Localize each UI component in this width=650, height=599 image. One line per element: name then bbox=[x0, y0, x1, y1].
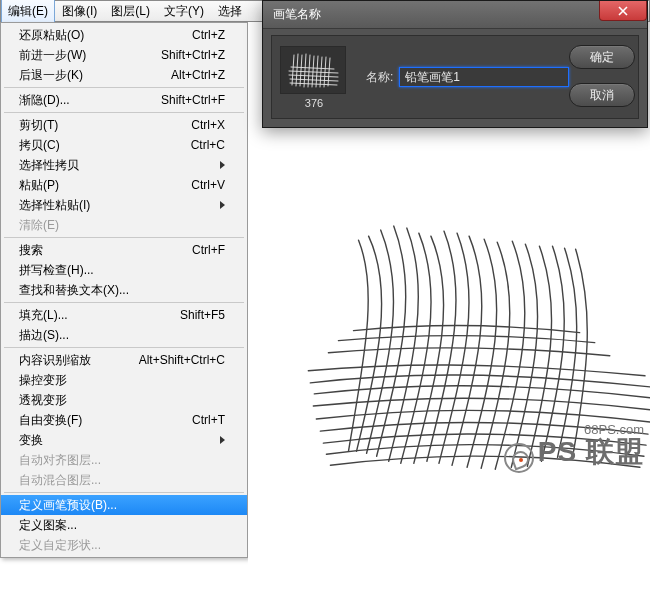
close-icon bbox=[617, 5, 629, 17]
watermark: 68PS.com PS 联盟 bbox=[504, 423, 644, 473]
menu-item[interactable]: 后退一步(K)Alt+Ctrl+Z bbox=[1, 65, 247, 85]
menu-item-label: 描边(S)... bbox=[19, 327, 225, 344]
menu-item-label: 内容识别缩放 bbox=[19, 352, 139, 369]
menu-item-label: 定义图案... bbox=[19, 517, 225, 534]
menu-item-shortcut: Shift+F5 bbox=[180, 308, 225, 322]
menu-item[interactable]: 定义画笔预设(B)... bbox=[1, 495, 247, 515]
menu-item[interactable]: 搜索Ctrl+F bbox=[1, 240, 247, 260]
menu-item[interactable]: 定义图案... bbox=[1, 515, 247, 535]
menu-item[interactable]: 前进一步(W)Shift+Ctrl+Z bbox=[1, 45, 247, 65]
brush-thumbnail bbox=[280, 46, 346, 94]
submenu-arrow-icon bbox=[220, 436, 225, 444]
cancel-button[interactable]: 取消 bbox=[569, 83, 635, 107]
menu-item-shortcut: Alt+Ctrl+Z bbox=[171, 68, 225, 82]
menu-item[interactable]: 透视变形 bbox=[1, 390, 247, 410]
menu-item-label: 还原粘贴(O) bbox=[19, 27, 192, 44]
menu-item[interactable]: 内容识别缩放Alt+Shift+Ctrl+C bbox=[1, 350, 247, 370]
menu-item[interactable]: 渐隐(D)...Shift+Ctrl+F bbox=[1, 90, 247, 110]
menu-item-label: 拼写检查(H)... bbox=[19, 262, 225, 279]
menu-item-label: 定义自定形状... bbox=[19, 537, 225, 554]
watermark-brand: PS 联盟 bbox=[538, 436, 644, 467]
name-label: 名称: bbox=[366, 69, 393, 86]
menu-item-label: 自动对齐图层... bbox=[19, 452, 225, 469]
menu-item-label: 操控变形 bbox=[19, 372, 225, 389]
menu-item-label: 透视变形 bbox=[19, 392, 225, 409]
menu-separator bbox=[4, 112, 244, 113]
menu-item-label: 粘贴(P) bbox=[19, 177, 191, 194]
menu-item-shortcut: Ctrl+Z bbox=[192, 28, 225, 42]
menu-item-label: 定义画笔预设(B)... bbox=[19, 497, 225, 514]
menu-item[interactable]: 选择性拷贝 bbox=[1, 155, 247, 175]
menu-item[interactable]: 描边(S)... bbox=[1, 325, 247, 345]
dialog-titlebar: 画笔名称 bbox=[263, 1, 647, 29]
menu-item[interactable]: 自由变换(F)Ctrl+T bbox=[1, 410, 247, 430]
menu-item: 定义自定形状... bbox=[1, 535, 247, 555]
menu-item-label: 拷贝(C) bbox=[19, 137, 191, 154]
menubar-item-2[interactable]: 图层(L) bbox=[104, 0, 157, 24]
dialog-close-button[interactable] bbox=[599, 1, 647, 21]
submenu-arrow-icon bbox=[220, 201, 225, 209]
menu-item: 自动混合图层... bbox=[1, 470, 247, 490]
menu-item[interactable]: 拼写检查(H)... bbox=[1, 260, 247, 280]
menu-item[interactable]: 操控变形 bbox=[1, 370, 247, 390]
menu-separator bbox=[4, 87, 244, 88]
menu-item-label: 剪切(T) bbox=[19, 117, 191, 134]
dialog-title: 画笔名称 bbox=[273, 6, 321, 23]
menu-item-shortcut: Shift+Ctrl+F bbox=[161, 93, 225, 107]
dialog-body: 376 名称: 确定 取消 bbox=[263, 29, 647, 127]
menu-item-shortcut: Ctrl+X bbox=[191, 118, 225, 132]
brush-name-dialog: 画笔名称 bbox=[262, 0, 648, 128]
menubar-item-0[interactable]: 编辑(E) bbox=[1, 0, 55, 24]
menu-item-shortcut: Alt+Shift+Ctrl+C bbox=[139, 353, 225, 367]
menubar-item-3[interactable]: 文字(Y) bbox=[157, 0, 211, 24]
menu-item-label: 前进一步(W) bbox=[19, 47, 161, 64]
menu-item[interactable]: 剪切(T)Ctrl+X bbox=[1, 115, 247, 135]
menu-item[interactable]: 变换 bbox=[1, 430, 247, 450]
edit-menu-dropdown: 还原粘贴(O)Ctrl+Z前进一步(W)Shift+Ctrl+Z后退一步(K)A… bbox=[0, 22, 248, 558]
menu-separator bbox=[4, 302, 244, 303]
menu-item-shortcut: Ctrl+F bbox=[192, 243, 225, 257]
menu-item-label: 查找和替换文本(X)... bbox=[19, 282, 225, 299]
menu-item-label: 自由变换(F) bbox=[19, 412, 192, 429]
menubar-item-4[interactable]: 选择 bbox=[211, 0, 249, 24]
menu-item[interactable]: 查找和替换文本(X)... bbox=[1, 280, 247, 300]
menu-item-shortcut: Shift+Ctrl+Z bbox=[161, 48, 225, 62]
menu-item[interactable]: 还原粘贴(O)Ctrl+Z bbox=[1, 25, 247, 45]
menu-item-label: 选择性拷贝 bbox=[19, 157, 216, 174]
menu-item-label: 后退一步(K) bbox=[19, 67, 171, 84]
menu-item[interactable]: 填充(L)...Shift+F5 bbox=[1, 305, 247, 325]
menu-separator bbox=[4, 492, 244, 493]
menu-item-label: 变换 bbox=[19, 432, 216, 449]
menu-separator bbox=[4, 347, 244, 348]
menu-item-shortcut: Ctrl+C bbox=[191, 138, 225, 152]
menu-item[interactable]: 粘贴(P)Ctrl+V bbox=[1, 175, 247, 195]
brush-swatch: 376 bbox=[280, 46, 348, 109]
watermark-site: 68PS.com bbox=[504, 423, 644, 437]
brush-name-input[interactable] bbox=[399, 67, 569, 87]
menu-item-label: 渐隐(D)... bbox=[19, 92, 161, 109]
menu-item: 自动对齐图层... bbox=[1, 450, 247, 470]
menu-item[interactable]: 拷贝(C)Ctrl+C bbox=[1, 135, 247, 155]
brush-size-label: 376 bbox=[280, 97, 348, 109]
menu-item-shortcut: Ctrl+V bbox=[191, 178, 225, 192]
menu-item[interactable]: 选择性粘贴(I) bbox=[1, 195, 247, 215]
submenu-arrow-icon bbox=[220, 161, 225, 169]
menu-item-label: 填充(L)... bbox=[19, 307, 180, 324]
menu-item-label: 选择性粘贴(I) bbox=[19, 197, 216, 214]
menubar-item-1[interactable]: 图像(I) bbox=[55, 0, 104, 24]
watermark-logo-icon bbox=[504, 443, 534, 473]
menu-item-label: 清除(E) bbox=[19, 217, 225, 234]
menu-separator bbox=[4, 237, 244, 238]
menu-item: 清除(E) bbox=[1, 215, 247, 235]
menu-item-label: 自动混合图层... bbox=[19, 472, 225, 489]
menu-item-shortcut: Ctrl+T bbox=[192, 413, 225, 427]
ok-button[interactable]: 确定 bbox=[569, 45, 635, 69]
menu-item-label: 搜索 bbox=[19, 242, 192, 259]
